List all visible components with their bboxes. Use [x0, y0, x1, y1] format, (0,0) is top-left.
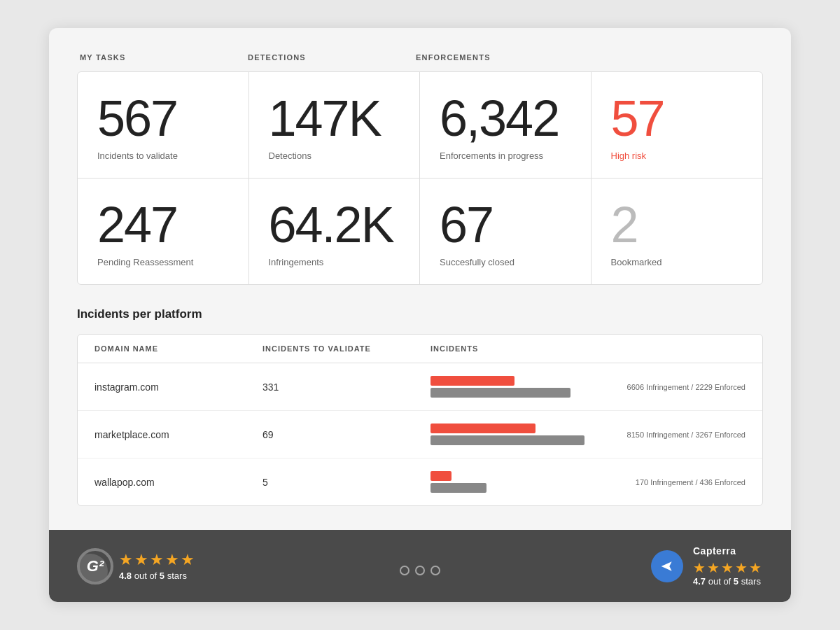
- stat-bookmarked[interactable]: 2 Bookmarked: [592, 178, 763, 284]
- bar-row-gray: [430, 483, 629, 493]
- col-header-incidents: INCIDENTS: [430, 344, 746, 353]
- detections-header: DETECTIONS: [248, 53, 416, 62]
- bar-wrapper: [430, 376, 620, 398]
- g2-badge: G² ★★★★★ 4.8 out of 5 stars: [77, 548, 196, 584]
- section-headers: MY TASKS DETECTIONS ENFORCEMENTS: [77, 53, 763, 62]
- bar-row-red: [430, 471, 629, 481]
- stat-value-infringements: 64.2K: [269, 200, 393, 250]
- main-dashboard-card: MY TASKS DETECTIONS ENFORCEMENTS 567 Inc…: [49, 28, 791, 602]
- stat-value-bookmarked: 2: [611, 200, 638, 250]
- stat-label-high-risk: High risk: [611, 150, 647, 161]
- bar-wrapper: [430, 471, 629, 493]
- bar-info: 170 Infringement / 436 Enforced: [636, 478, 746, 486]
- stats-grid: 567 Incidents to validate 147K Detection…: [77, 71, 763, 285]
- col-header-incidents-validate: INCIDENTS TO VALIDATE: [262, 344, 430, 353]
- stat-high-risk[interactable]: 57 High risk: [592, 72, 763, 178]
- bar-red: [430, 376, 514, 386]
- col-header-domain: DOMAIN NAME: [94, 344, 262, 353]
- bar-gray: [430, 388, 570, 398]
- my-tasks-header: MY TASKS: [80, 53, 248, 62]
- table-row[interactable]: instagram.com 331 6606 Infringement / 22…: [78, 363, 762, 411]
- capterra-arrow-icon: [651, 550, 683, 582]
- stat-label-enforcements: Enforcements in progress: [440, 150, 543, 161]
- stat-label-infringements: Infringements: [269, 257, 324, 267]
- stat-label-pending: Pending Reassessment: [97, 257, 193, 267]
- stat-pending-reassessment[interactable]: 247 Pending Reassessment: [78, 178, 249, 284]
- capterra-badge: Capterra ★★★★★ 4.7 out of 5 stars: [651, 545, 763, 587]
- overlay-dots: [400, 566, 440, 575]
- bar-info: 8150 Infringement / 3267 Enforced: [627, 430, 746, 439]
- capterra-info: Capterra ★★★★★ 4.7 out of 5 stars: [693, 545, 763, 587]
- stat-value-incidents: 567: [97, 93, 177, 144]
- bar-wrapper: [430, 424, 620, 445]
- bar-red: [430, 471, 451, 481]
- stat-value-enforcements: 6,342: [440, 93, 559, 144]
- g2-stars-section: ★★★★★ 4.8 out of 5 stars: [119, 551, 196, 581]
- incidents-table: DOMAIN NAME INCIDENTS TO VALIDATE INCIDE…: [77, 334, 763, 506]
- bar-row-gray: [430, 388, 620, 398]
- domain-cell: marketplace.com: [94, 429, 262, 440]
- stat-value-detections: 147K: [269, 93, 381, 144]
- table-header-row: DOMAIN NAME INCIDENTS TO VALIDATE INCIDE…: [78, 335, 762, 363]
- stat-infringements[interactable]: 64.2K Infringements: [249, 178, 421, 284]
- stat-enforcements[interactable]: 6,342 Enforcements in progress: [420, 72, 592, 178]
- bar-row-red: [430, 424, 620, 433]
- dot-1[interactable]: [400, 566, 410, 575]
- stat-label-closed: Succesfully closed: [440, 257, 514, 267]
- dot-2[interactable]: [415, 566, 425, 575]
- bar-container: 6606 Infringement / 2229 Enforced: [430, 376, 746, 398]
- bar-row-red: [430, 376, 620, 386]
- dot-3[interactable]: [430, 566, 440, 575]
- bar-gray: [430, 483, 486, 493]
- g2-stars: ★★★★★: [119, 551, 196, 569]
- stat-label-detections: Detections: [269, 150, 312, 161]
- g2-logo: G²: [77, 548, 113, 584]
- capterra-rating-text: 4.7 out of 5 stars: [693, 576, 763, 587]
- table-row[interactable]: wallapop.com 5 170 Infringement / 436 En…: [78, 458, 762, 505]
- stat-value-high-risk: 57: [611, 93, 664, 144]
- domain-cell: instagram.com: [94, 382, 262, 393]
- stat-successfully-closed[interactable]: 67 Succesfully closed: [420, 178, 592, 284]
- stat-value-pending: 247: [97, 200, 177, 250]
- incidents-validate-cell: 5: [262, 477, 430, 488]
- table-row[interactable]: marketplace.com 69 8150 Infringement / 3…: [78, 411, 762, 458]
- g2-rating-text: 4.8 out of 5 stars: [119, 570, 196, 581]
- review-overlay: G² ★★★★★ 4.8 out of 5 stars Capterra ★★★…: [49, 530, 791, 602]
- stat-label-incidents: Incidents to validate: [97, 150, 178, 161]
- domain-cell: wallapop.com: [94, 477, 262, 488]
- g2-logo-letter: G²: [87, 557, 104, 575]
- bar-info: 6606 Infringement / 2229 Enforced: [627, 383, 746, 391]
- incidents-validate-cell: 331: [262, 382, 430, 393]
- incidents-section-title: Incidents per platform: [77, 307, 763, 321]
- stat-label-bookmarked: Bookmarked: [611, 257, 662, 267]
- incidents-validate-cell: 69: [262, 429, 430, 440]
- stat-value-closed: 67: [440, 200, 493, 250]
- bar-gray: [430, 435, 584, 445]
- bar-container: 8150 Infringement / 3267 Enforced: [430, 424, 746, 445]
- capterra-label: Capterra: [693, 545, 763, 556]
- stat-incidents-to-validate[interactable]: 567 Incidents to validate: [78, 72, 249, 178]
- stat-detections[interactable]: 147K Detections: [249, 72, 421, 178]
- bar-container: 170 Infringement / 436 Enforced: [430, 471, 746, 493]
- capterra-stars: ★★★★★: [693, 559, 763, 576]
- bar-red: [430, 424, 536, 433]
- enforcements-header: ENFORCEMENTS: [416, 53, 584, 62]
- bar-row-gray: [430, 435, 620, 445]
